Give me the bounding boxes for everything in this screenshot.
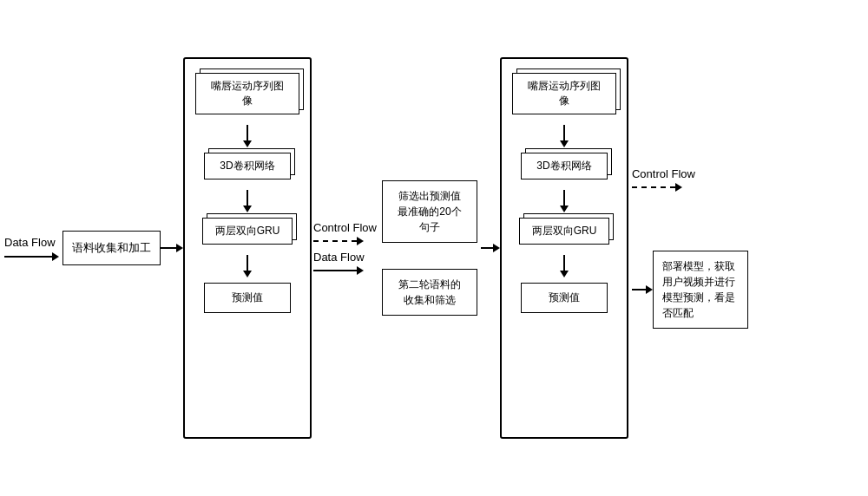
middle-box2: 第二轮语料的收集和筛选 <box>382 269 477 316</box>
module1-top-box: 嘴唇运动序列图像 <box>195 73 299 114</box>
module1-lower-box: 两层双向GRU <box>202 218 293 245</box>
module2-top-box: 嘴唇运动序列图像 <box>512 73 616 114</box>
control-flow-right-arrow <box>632 183 695 192</box>
module2-mid-box: 3D卷积网络 <box>521 153 608 179</box>
module1-arrow1 <box>243 125 252 147</box>
module2-arrow2 <box>560 190 569 212</box>
module1-arrow3 <box>243 255 252 277</box>
data-flow-left-arrow <box>4 252 59 261</box>
module1-arrow2 <box>243 190 252 212</box>
data-flow-mid-arrow <box>313 266 365 275</box>
corpus-to-module1-arrow <box>161 244 183 252</box>
control-flow-mid-label: Control Flow <box>313 221 377 234</box>
module2-arrow3 <box>560 255 569 277</box>
module2-bottom-box: 预测值 <box>521 283 608 313</box>
module2-lower-box: 两层双向GRU <box>519 218 610 245</box>
control-flow-mid-arrow <box>313 237 377 245</box>
module2-arrow1 <box>560 125 569 147</box>
diagram-container: Data Flow 语料收集和加工 嘴唇运动序列图像 3D卷积网络 <box>0 0 868 496</box>
module1-box: 嘴唇运动序列图像 3D卷积网络 两层双向GRU 预测值 <box>183 57 312 439</box>
module1-bottom-box: 预测值 <box>204 283 291 313</box>
module2-to-note-arrow <box>632 285 653 294</box>
data-flow-mid-label: Data Flow <box>313 251 365 264</box>
data-flow-left-label: Data Flow <box>4 236 56 249</box>
middle-to-module2-arrow <box>481 244 500 252</box>
module2-box: 嘴唇运动序列图像 3D卷积网络 两层双向GRU 预测值 <box>500 57 628 439</box>
middle-box1: 筛选出预测值最准确的20个句子 <box>382 180 477 243</box>
corpus-box: 语料收集和加工 <box>62 231 161 265</box>
final-note-box: 部署模型，获取用户视频并进行模型预测，看是否匹配 <box>653 251 748 329</box>
control-flow-right-label: Control Flow <box>632 167 695 180</box>
module1-mid-box: 3D卷积网络 <box>204 153 291 179</box>
